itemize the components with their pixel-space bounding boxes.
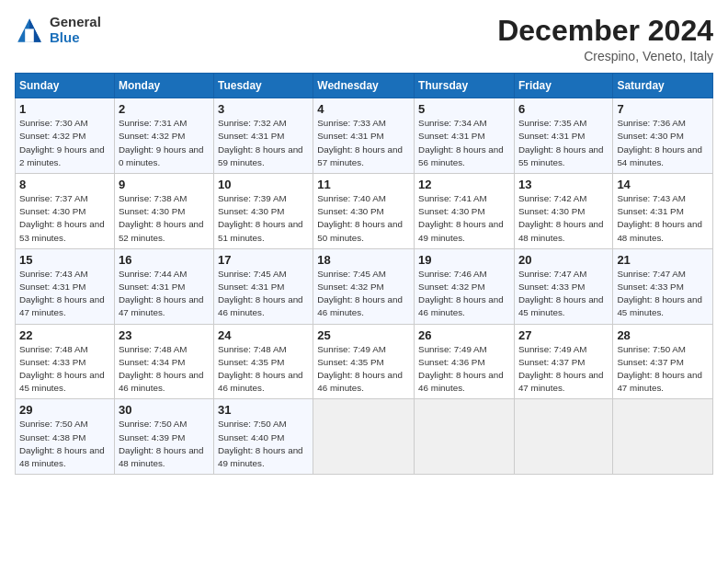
day-number: 5 bbox=[418, 102, 510, 116]
col-monday: Monday bbox=[114, 74, 213, 98]
day-number: 7 bbox=[617, 102, 709, 116]
logo-icon bbox=[15, 16, 44, 45]
day-number: 1 bbox=[19, 102, 110, 116]
day-number: 27 bbox=[518, 328, 609, 342]
day-number: 6 bbox=[518, 102, 609, 116]
day-info: Sunrise: 7:45 AMSunset: 4:31 PMDaylight:… bbox=[218, 269, 303, 318]
day-info: Sunrise: 7:36 AMSunset: 4:30 PMDaylight:… bbox=[617, 118, 702, 167]
logo-blue: Blue bbox=[50, 30, 101, 46]
day-info: Sunrise: 7:41 AMSunset: 4:30 PMDaylight:… bbox=[418, 193, 504, 243]
page: General Blue December 2024 Crespino, Ven… bbox=[0, 0, 728, 563]
day-number: 20 bbox=[518, 253, 609, 267]
table-row: 17 Sunrise: 7:45 AMSunset: 4:31 PMDaylig… bbox=[213, 248, 313, 324]
day-info: Sunrise: 7:49 AMSunset: 4:35 PMDaylight:… bbox=[317, 344, 403, 394]
day-number: 13 bbox=[518, 178, 609, 191]
day-number: 2 bbox=[119, 102, 210, 116]
day-number: 26 bbox=[418, 328, 510, 342]
table-row: 27 Sunrise: 7:49 AMSunset: 4:37 PMDaylig… bbox=[514, 324, 612, 399]
day-info: Sunrise: 7:50 AMSunset: 4:39 PMDaylight:… bbox=[119, 419, 204, 468]
col-saturday: Saturday bbox=[613, 74, 713, 98]
table-row: 5 Sunrise: 7:34 AMSunset: 4:31 PMDayligh… bbox=[415, 98, 515, 174]
table-row: 2 Sunrise: 7:31 AMSunset: 4:32 PMDayligh… bbox=[114, 98, 213, 174]
day-number: 10 bbox=[218, 178, 309, 191]
day-number: 25 bbox=[317, 328, 410, 342]
day-number: 15 bbox=[19, 253, 110, 267]
day-info: Sunrise: 7:49 AMSunset: 4:37 PMDaylight:… bbox=[518, 344, 604, 394]
day-info: Sunrise: 7:45 AMSunset: 4:32 PMDaylight:… bbox=[317, 269, 403, 318]
day-info: Sunrise: 7:35 AMSunset: 4:31 PMDaylight:… bbox=[518, 118, 604, 167]
day-info: Sunrise: 7:48 AMSunset: 4:35 PMDaylight:… bbox=[218, 344, 303, 394]
calendar-title: December 2024 bbox=[497, 15, 713, 47]
table-row bbox=[415, 399, 515, 475]
day-info: Sunrise: 7:34 AMSunset: 4:31 PMDaylight:… bbox=[418, 118, 504, 167]
day-info: Sunrise: 7:46 AMSunset: 4:32 PMDaylight:… bbox=[418, 269, 504, 318]
table-row: 19 Sunrise: 7:46 AMSunset: 4:32 PMDaylig… bbox=[415, 248, 515, 324]
col-wednesday: Wednesday bbox=[313, 74, 415, 98]
day-info: Sunrise: 7:50 AMSunset: 4:37 PMDaylight:… bbox=[617, 344, 702, 394]
day-info: Sunrise: 7:43 AMSunset: 4:31 PMDaylight:… bbox=[19, 269, 105, 318]
day-info: Sunrise: 7:47 AMSunset: 4:33 PMDaylight:… bbox=[518, 269, 604, 318]
col-friday: Friday bbox=[514, 74, 612, 98]
table-row: 14 Sunrise: 7:43 AMSunset: 4:31 PMDaylig… bbox=[613, 174, 713, 249]
table-row bbox=[514, 399, 612, 475]
day-number: 19 bbox=[418, 253, 510, 267]
table-row: 18 Sunrise: 7:45 AMSunset: 4:32 PMDaylig… bbox=[313, 248, 415, 324]
day-info: Sunrise: 7:38 AMSunset: 4:30 PMDaylight:… bbox=[119, 193, 204, 243]
calendar-table: Sunday Monday Tuesday Wednesday Thursday… bbox=[15, 73, 713, 475]
day-info: Sunrise: 7:47 AMSunset: 4:33 PMDaylight:… bbox=[617, 269, 702, 318]
week-row-3: 15 Sunrise: 7:43 AMSunset: 4:31 PMDaylig… bbox=[16, 248, 713, 324]
col-sunday: Sunday bbox=[16, 74, 115, 98]
day-info: Sunrise: 7:50 AMSunset: 4:38 PMDaylight:… bbox=[19, 419, 105, 468]
day-info: Sunrise: 7:43 AMSunset: 4:31 PMDaylight:… bbox=[617, 193, 702, 243]
day-info: Sunrise: 7:33 AMSunset: 4:31 PMDaylight:… bbox=[317, 118, 403, 167]
day-number: 11 bbox=[317, 178, 410, 191]
day-number: 31 bbox=[218, 403, 309, 417]
day-number: 9 bbox=[119, 178, 210, 191]
table-row: 9 Sunrise: 7:38 AMSunset: 4:30 PMDayligh… bbox=[114, 174, 213, 249]
day-number: 4 bbox=[317, 102, 410, 116]
svg-marker-2 bbox=[25, 29, 34, 41]
day-number: 16 bbox=[119, 253, 210, 267]
table-row: 25 Sunrise: 7:49 AMSunset: 4:35 PMDaylig… bbox=[313, 324, 415, 399]
table-row: 24 Sunrise: 7:48 AMSunset: 4:35 PMDaylig… bbox=[213, 324, 313, 399]
table-row: 30 Sunrise: 7:50 AMSunset: 4:39 PMDaylig… bbox=[114, 399, 213, 475]
day-info: Sunrise: 7:50 AMSunset: 4:40 PMDaylight:… bbox=[218, 419, 303, 468]
week-row-4: 22 Sunrise: 7:48 AMSunset: 4:33 PMDaylig… bbox=[16, 324, 713, 399]
title-block: December 2024 Crespino, Veneto, Italy bbox=[497, 15, 713, 63]
day-number: 29 bbox=[19, 403, 110, 417]
table-row: 6 Sunrise: 7:35 AMSunset: 4:31 PMDayligh… bbox=[514, 98, 612, 174]
day-number: 28 bbox=[617, 328, 709, 342]
table-row bbox=[313, 399, 415, 475]
table-row: 7 Sunrise: 7:36 AMSunset: 4:30 PMDayligh… bbox=[613, 98, 713, 174]
header-row: Sunday Monday Tuesday Wednesday Thursday… bbox=[16, 74, 713, 98]
day-number: 30 bbox=[119, 403, 210, 417]
day-info: Sunrise: 7:31 AMSunset: 4:32 PMDaylight:… bbox=[119, 118, 204, 167]
table-row: 21 Sunrise: 7:47 AMSunset: 4:33 PMDaylig… bbox=[613, 248, 713, 324]
table-row: 11 Sunrise: 7:40 AMSunset: 4:30 PMDaylig… bbox=[313, 174, 415, 249]
logo-general: General bbox=[50, 15, 101, 30]
day-number: 17 bbox=[218, 253, 309, 267]
day-info: Sunrise: 7:48 AMSunset: 4:33 PMDaylight:… bbox=[19, 344, 105, 394]
day-number: 18 bbox=[317, 253, 410, 267]
col-tuesday: Tuesday bbox=[213, 74, 313, 98]
table-row: 12 Sunrise: 7:41 AMSunset: 4:30 PMDaylig… bbox=[415, 174, 515, 249]
week-row-1: 1 Sunrise: 7:30 AMSunset: 4:32 PMDayligh… bbox=[16, 98, 713, 174]
day-info: Sunrise: 7:32 AMSunset: 4:31 PMDaylight:… bbox=[218, 118, 303, 167]
day-number: 14 bbox=[617, 178, 709, 191]
day-number: 12 bbox=[418, 178, 510, 191]
logo-text: General Blue bbox=[50, 15, 101, 45]
table-row: 4 Sunrise: 7:33 AMSunset: 4:31 PMDayligh… bbox=[313, 98, 415, 174]
table-row: 20 Sunrise: 7:47 AMSunset: 4:33 PMDaylig… bbox=[514, 248, 612, 324]
week-row-2: 8 Sunrise: 7:37 AMSunset: 4:30 PMDayligh… bbox=[16, 174, 713, 249]
day-info: Sunrise: 7:30 AMSunset: 4:32 PMDaylight:… bbox=[19, 118, 105, 167]
day-info: Sunrise: 7:48 AMSunset: 4:34 PMDaylight:… bbox=[119, 344, 204, 394]
day-info: Sunrise: 7:40 AMSunset: 4:30 PMDaylight:… bbox=[317, 193, 403, 243]
table-row: 26 Sunrise: 7:49 AMSunset: 4:36 PMDaylig… bbox=[415, 324, 515, 399]
day-info: Sunrise: 7:44 AMSunset: 4:31 PMDaylight:… bbox=[119, 269, 204, 318]
logo: General Blue bbox=[15, 15, 101, 45]
table-row: 16 Sunrise: 7:44 AMSunset: 4:31 PMDaylig… bbox=[114, 248, 213, 324]
day-number: 21 bbox=[617, 253, 709, 267]
table-row: 29 Sunrise: 7:50 AMSunset: 4:38 PMDaylig… bbox=[16, 399, 115, 475]
header: General Blue December 2024 Crespino, Ven… bbox=[15, 15, 713, 63]
table-row: 22 Sunrise: 7:48 AMSunset: 4:33 PMDaylig… bbox=[16, 324, 115, 399]
